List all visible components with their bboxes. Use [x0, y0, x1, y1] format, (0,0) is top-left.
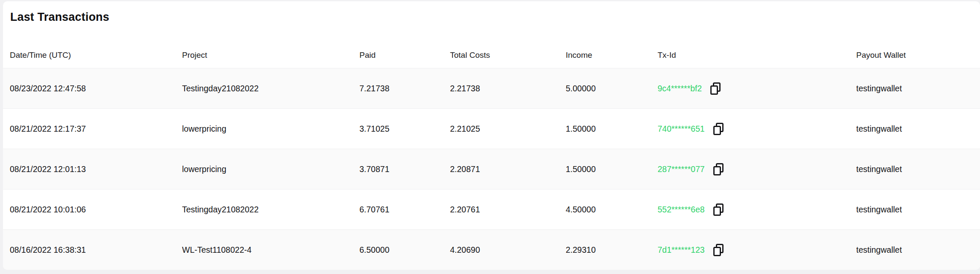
cell-project: WL-Test1108022-4: [182, 245, 359, 255]
cell-project: lowerpricing: [182, 124, 359, 134]
cell-tx-id: 287******077: [658, 163, 856, 175]
cell-payout-wallet: testingwallet: [856, 164, 980, 174]
table-row: 08/23/2022 12:47:58 Testingday21082022 7…: [3, 68, 980, 108]
copy-icon: [713, 244, 724, 256]
cell-total-costs: 2.21738: [450, 84, 566, 93]
cell-income: 5.00000: [566, 84, 658, 93]
cell-tx-id: 740******651: [658, 123, 856, 135]
tx-id-link[interactable]: 740******651: [658, 124, 705, 134]
table-row: 08/21/2022 10:01:06 Testingday21082022 6…: [3, 189, 980, 229]
cell-payout-wallet: testingwallet: [856, 124, 980, 134]
table-row: 08/21/2022 12:01:13 lowerpricing 3.70871…: [3, 149, 980, 189]
cell-project: lowerpricing: [182, 164, 359, 174]
tx-id-link[interactable]: 7d1******123: [658, 245, 705, 255]
cell-paid: 6.70761: [359, 205, 450, 215]
copy-icon: [713, 203, 724, 216]
copy-icon: [713, 163, 724, 175]
copy-tx-id-button[interactable]: [713, 163, 724, 175]
cell-datetime: 08/21/2022 12:01:13: [10, 164, 182, 174]
cell-income: 1.50000: [566, 124, 658, 134]
cell-income: 4.50000: [566, 205, 658, 215]
col-header-total-costs: Total Costs: [450, 51, 566, 60]
last-transactions-card: Last Transactions Date/Time (UTC) Projec…: [3, 1, 980, 270]
table-body: 08/23/2022 12:47:58 Testingday21082022 7…: [3, 68, 980, 270]
col-header-tx-id: Tx-Id: [658, 51, 856, 60]
tx-id-link[interactable]: 552******6e8: [658, 205, 705, 215]
cell-paid: 3.71025: [359, 124, 450, 134]
table-row: 08/21/2022 12:17:37 lowerpricing 3.71025…: [3, 108, 980, 149]
cell-datetime: 08/21/2022 12:17:37: [10, 124, 182, 134]
cell-paid: 7.21738: [359, 84, 450, 93]
cell-total-costs: 2.20871: [450, 164, 566, 174]
page-title: Last Transactions: [10, 11, 109, 24]
cell-project: Testingday21082022: [182, 205, 359, 215]
copy-tx-id-button[interactable]: [710, 82, 721, 95]
cell-total-costs: 2.20761: [450, 205, 566, 215]
cell-tx-id: 7d1******123: [658, 244, 856, 256]
cell-income: 1.50000: [566, 164, 658, 174]
cell-income: 2.29310: [566, 245, 658, 255]
copy-tx-id-button[interactable]: [713, 203, 724, 216]
tx-id-link[interactable]: 287******077: [658, 164, 705, 174]
cell-payout-wallet: testingwallet: [856, 245, 980, 255]
copy-icon: [713, 123, 724, 135]
cell-datetime: 08/16/2022 16:38:31: [10, 245, 182, 255]
cell-total-costs: 4.20690: [450, 245, 566, 255]
cell-project: Testingday21082022: [182, 84, 359, 93]
cell-datetime: 08/21/2022 10:01:06: [10, 205, 182, 215]
table-header-row: Date/Time (UTC) Project Paid Total Costs…: [3, 42, 980, 68]
col-header-payout-wallet: Payout Wallet: [856, 51, 980, 60]
col-header-project: Project: [182, 51, 359, 60]
table-row: 08/16/2022 16:38:31 WL-Test1108022-4 6.5…: [3, 229, 980, 270]
copy-tx-id-button[interactable]: [713, 123, 724, 135]
cell-payout-wallet: testingwallet: [856, 205, 980, 215]
cell-payout-wallet: testingwallet: [856, 84, 980, 93]
col-header-paid: Paid: [359, 51, 450, 60]
cell-datetime: 08/23/2022 12:47:58: [10, 84, 182, 93]
col-header-income: Income: [566, 51, 658, 60]
copy-icon: [710, 82, 721, 95]
tx-id-link[interactable]: 9c4******bf2: [658, 84, 702, 93]
col-header-datetime: Date/Time (UTC): [10, 51, 182, 60]
cell-tx-id: 9c4******bf2: [658, 82, 856, 95]
copy-tx-id-button[interactable]: [713, 244, 724, 256]
cell-total-costs: 2.21025: [450, 124, 566, 134]
cell-tx-id: 552******6e8: [658, 203, 856, 216]
cell-paid: 3.70871: [359, 164, 450, 174]
cell-paid: 6.50000: [359, 245, 450, 255]
